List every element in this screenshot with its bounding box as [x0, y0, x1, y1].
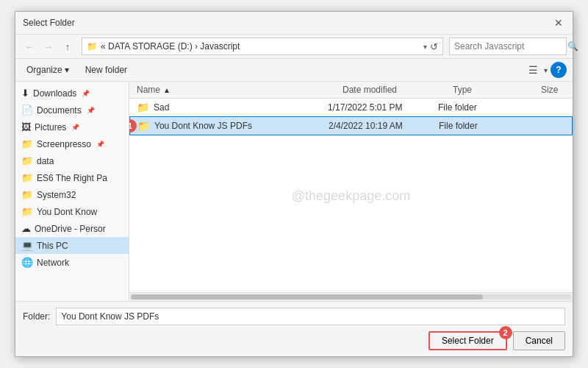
pin-icon: 📌	[96, 141, 104, 148]
folder-value-box[interactable]: You Dont Know JS PDFs	[56, 308, 565, 325]
screenpresso-icon: 📁	[21, 138, 33, 149]
folder-row: Folder: You Dont Know JS PDFs	[23, 308, 565, 325]
sidebar-item-pictures[interactable]: 🖼 Pictures 📌	[15, 118, 129, 135]
documents-icon: 📄	[21, 105, 33, 116]
sidebar-item-label: This PC	[37, 241, 68, 251]
watermark: @thegeekpage.com	[292, 188, 410, 203]
sidebar-item-network[interactable]: 🌐 Network	[15, 254, 129, 271]
sidebar-item-thispc[interactable]: 💻 This PC	[15, 237, 129, 254]
column-date-modified[interactable]: Date modified	[343, 85, 453, 95]
view-button[interactable]: ☰	[525, 62, 541, 78]
sidebar-item-label: Screenpresso	[37, 139, 91, 149]
close-button[interactable]: ✕	[552, 16, 565, 29]
sidebar-item-youdontknow[interactable]: 📁 You Dont Know	[15, 203, 129, 220]
file-rows: @thegeekpage.com 📁 Sad 1/17/2022 5:01 PM…	[129, 99, 573, 292]
sidebar-item-label: Network	[37, 258, 69, 268]
sidebar-item-documents[interactable]: 📄 Documents 📌	[15, 102, 129, 118]
address-bar[interactable]: 📁 « DATA STORAGE (D:) › Javascript ▾ ↺	[82, 38, 443, 55]
network-icon: 🌐	[21, 257, 33, 268]
sidebar-item-es6[interactable]: 📁 ES6 The Right Pa	[15, 169, 129, 186]
cancel-label: Cancel	[526, 336, 553, 346]
folder-value: You Dont Know JS PDFs	[61, 311, 159, 322]
horizontal-scrollbar[interactable]	[129, 292, 573, 301]
cancel-button[interactable]: Cancel	[513, 331, 565, 350]
search-icon: 🔍	[567, 41, 578, 52]
search-input[interactable]	[454, 41, 564, 52]
nav-bar: ← → ↑ 📁 « DATA STORAGE (D:) › Javascript…	[15, 35, 573, 59]
address-path: « DATA STORAGE (D:) › Javascript	[101, 41, 420, 52]
select-folder-button[interactable]: Select Folder 2	[429, 331, 507, 350]
es6-icon: 📁	[21, 172, 33, 183]
pin-icon: 📌	[71, 124, 79, 131]
table-row[interactable]: 📁 You Dont Know JS PDFs 2/4/2022 10:19 A…	[129, 116, 573, 135]
folder-label: Folder:	[23, 311, 50, 322]
new-folder-label: New folder	[85, 65, 127, 75]
col-size-label: Size	[541, 85, 558, 95]
column-type[interactable]: Type	[453, 85, 541, 95]
toolbar: Organize ▾ New folder ☰ ▾ ?	[15, 59, 573, 82]
data-icon: 📁	[21, 155, 33, 166]
refresh-button[interactable]: ↺	[430, 41, 438, 52]
sidebar-item-label: Pictures	[35, 122, 66, 132]
pin-icon: 📌	[82, 90, 90, 97]
row-name-cell: 📁 Sad	[137, 102, 328, 113]
downloads-icon: ⬇	[21, 88, 29, 99]
system32-icon: 📁	[21, 189, 33, 200]
sidebar-item-label: You Dont Know	[37, 207, 97, 217]
new-folder-button[interactable]: New folder	[80, 63, 132, 77]
organize-button[interactable]: Organize ▾	[21, 63, 74, 77]
sidebar-item-label: Downloads	[33, 88, 76, 99]
row-date-cell: 1/17/2022 5:01 PM	[328, 102, 438, 113]
select-folder-badge: 2	[499, 326, 512, 339]
folder-icon: 📁	[137, 102, 149, 113]
sidebar-item-onedrive[interactable]: ☁ OneDrive - Persor	[15, 220, 129, 237]
row-type-cell: File folder	[438, 102, 526, 113]
onedrive-icon: ☁	[21, 223, 31, 234]
row-name-cell: 📁 You Dont Know JS PDFs	[137, 120, 329, 132]
help-button[interactable]: ?	[551, 62, 567, 78]
select-folder-dialog: Select Folder ✕ ← → ↑ 📁 « DATA STORAGE (…	[15, 11, 573, 357]
table-row[interactable]: 📁 Sad 1/17/2022 5:01 PM File folder	[129, 99, 573, 116]
row-badge: 1	[129, 119, 137, 132]
select-folder-label: Select Folder	[442, 336, 494, 346]
scrollbar-track	[131, 294, 571, 300]
row-name-label: You Dont Know JS PDFs	[154, 121, 252, 131]
pictures-icon: 🖼	[21, 121, 31, 132]
sidebar-item-label: OneDrive - Persor	[35, 224, 106, 234]
dialog-title: Select Folder	[23, 18, 75, 28]
column-name[interactable]: Name ▲	[137, 85, 343, 95]
sidebar-item-screenpresso[interactable]: 📁 Screenpresso 📌	[15, 135, 129, 152]
content-area: ⬇ Downloads 📌 📄 Documents 📌 🖼 Pictures 📌…	[15, 82, 573, 301]
file-list: Name ▲ Date modified Type Size @thegeekp…	[129, 82, 573, 301]
scrollbar-thumb[interactable]	[131, 294, 483, 300]
col-date-label: Date modified	[343, 85, 397, 95]
toolbar-right: ☰ ▾ ?	[525, 62, 567, 78]
up-button[interactable]: ↑	[60, 38, 76, 54]
address-folder-icon: 📁	[87, 41, 98, 52]
row-type-cell: File folder	[439, 121, 527, 131]
row-name-label: Sad	[154, 102, 169, 113]
search-bar[interactable]: 🔍	[449, 38, 567, 55]
view-arrow-icon[interactable]: ▾	[544, 66, 548, 74]
file-list-header: Name ▲ Date modified Type Size	[129, 82, 573, 99]
sidebar: ⬇ Downloads 📌 📄 Documents 📌 🖼 Pictures 📌…	[15, 82, 129, 301]
footer-buttons: Select Folder 2 Cancel	[23, 331, 565, 350]
back-button[interactable]: ←	[21, 38, 37, 54]
sidebar-item-label: data	[37, 156, 54, 166]
sidebar-item-downloads[interactable]: ⬇ Downloads 📌	[15, 85, 129, 102]
sidebar-item-system32[interactable]: 📁 System32	[15, 186, 129, 203]
sidebar-item-data[interactable]: 📁 data	[15, 152, 129, 169]
thispc-icon: 💻	[21, 240, 33, 251]
sidebar-item-label: Documents	[37, 105, 82, 116]
col-type-label: Type	[453, 85, 472, 95]
forward-button[interactable]: →	[40, 38, 57, 54]
pin-icon: 📌	[87, 107, 95, 114]
row-date-cell: 2/4/2022 10:19 AM	[329, 121, 439, 131]
sort-arrow: ▲	[163, 86, 171, 94]
col-name-label: Name	[137, 85, 160, 95]
column-size[interactable]: Size	[541, 85, 565, 95]
address-dropdown-icon[interactable]: ▾	[423, 43, 427, 51]
folder-icon: 📁	[137, 120, 150, 132]
sidebar-item-label: System32	[37, 190, 76, 200]
footer: Folder: You Dont Know JS PDFs Select Fol…	[15, 301, 573, 356]
